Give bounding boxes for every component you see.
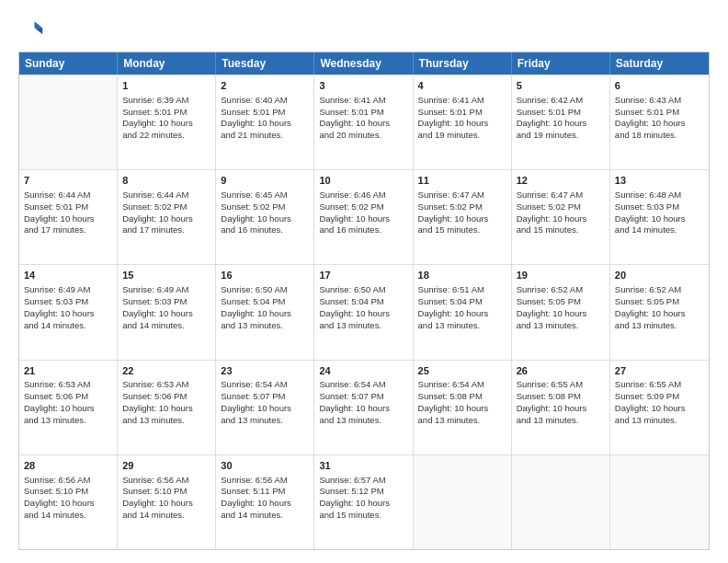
cell-line: Sunrise: 6:47 AM — [517, 190, 605, 201]
day-cell-12: 12Sunrise: 6:47 AMSunset: 5:02 PMDayligh… — [512, 170, 610, 264]
calendar-row-4: 21Sunrise: 6:53 AMSunset: 5:06 PMDayligh… — [19, 360, 709, 454]
svg-marker-0 — [35, 21, 43, 28]
cell-line: and 16 minutes. — [221, 224, 309, 236]
cell-line: Sunrise: 6:56 AM — [24, 475, 112, 487]
cell-line: Sunset: 5:05 PM — [615, 296, 704, 308]
svg-marker-1 — [35, 28, 43, 34]
day-cell-10: 10Sunrise: 6:46 AMSunset: 5:02 PMDayligh… — [314, 170, 413, 264]
weekday-header-monday: Monday — [118, 52, 216, 75]
cell-line: and 13 minutes. — [418, 415, 506, 427]
day-number: 19 — [517, 269, 605, 282]
logo — [18, 17, 48, 42]
cell-line: Daylight: 10 hours — [418, 308, 506, 320]
day-number: 8 — [122, 174, 210, 188]
cell-line: Sunset: 5:01 PM — [319, 107, 407, 119]
weekday-header-saturday: Saturday — [610, 52, 709, 75]
day-cell-21: 21Sunrise: 6:53 AMSunset: 5:06 PMDayligh… — [19, 361, 118, 454]
cell-line: and 13 minutes. — [221, 415, 309, 427]
calendar-row-1: 1Sunrise: 6:39 AMSunset: 5:01 PMDaylight… — [19, 75, 709, 169]
day-cell-18: 18Sunrise: 6:51 AMSunset: 5:04 PMDayligh… — [414, 265, 512, 359]
cell-line: Sunrise: 6:53 AM — [122, 379, 210, 391]
day-number: 28 — [24, 459, 112, 473]
day-number: 20 — [615, 269, 704, 282]
cell-line: Daylight: 10 hours — [122, 498, 210, 510]
calendar-header: SundayMondayTuesdayWednesdayThursdayFrid… — [19, 52, 709, 75]
day-cell-29: 29Sunrise: 6:56 AMSunset: 5:10 PMDayligh… — [118, 455, 216, 549]
cell-line: and 13 minutes. — [418, 320, 506, 332]
cell-line: Sunset: 5:10 PM — [122, 486, 210, 498]
cell-line: Daylight: 10 hours — [221, 403, 309, 415]
day-number: 14 — [24, 269, 112, 282]
cell-line: and 13 minutes. — [517, 415, 605, 427]
cell-line: Sunrise: 6:55 AM — [615, 379, 704, 391]
cell-line: and 14 minutes. — [122, 320, 210, 332]
cell-line: Daylight: 10 hours — [418, 403, 506, 415]
cell-line: and 13 minutes. — [24, 415, 112, 427]
day-cell-11: 11Sunrise: 6:47 AMSunset: 5:02 PMDayligh… — [414, 170, 512, 264]
day-cell-14: 14Sunrise: 6:49 AMSunset: 5:03 PMDayligh… — [19, 265, 118, 359]
cell-line: Sunset: 5:01 PM — [24, 201, 112, 213]
cell-line: Sunrise: 6:46 AM — [319, 190, 407, 201]
day-number: 6 — [615, 79, 704, 93]
cell-line: Sunset: 5:04 PM — [418, 296, 506, 308]
cell-line: Sunrise: 6:48 AM — [615, 190, 704, 201]
day-number: 29 — [122, 459, 210, 473]
day-cell-8: 8Sunrise: 6:44 AMSunset: 5:02 PMDaylight… — [118, 170, 216, 264]
empty-cell-r4c6 — [610, 455, 709, 549]
cell-line: Sunset: 5:07 PM — [221, 391, 309, 403]
cell-line: Daylight: 10 hours — [418, 118, 506, 130]
day-cell-20: 20Sunrise: 6:52 AMSunset: 5:05 PMDayligh… — [610, 265, 709, 359]
cell-line: Daylight: 10 hours — [517, 118, 605, 130]
day-cell-27: 27Sunrise: 6:55 AMSunset: 5:09 PMDayligh… — [610, 361, 709, 454]
cell-line: Sunset: 5:08 PM — [418, 391, 506, 403]
cell-line: Daylight: 10 hours — [319, 308, 407, 320]
cell-line: Daylight: 10 hours — [122, 403, 210, 415]
weekday-header-tuesday: Tuesday — [216, 52, 314, 75]
cell-line: Sunrise: 6:47 AM — [418, 190, 506, 201]
day-number: 4 — [418, 79, 506, 93]
cell-line: Sunset: 5:06 PM — [122, 391, 210, 403]
cell-line: Daylight: 10 hours — [319, 498, 407, 510]
cell-line: Sunset: 5:02 PM — [319, 201, 407, 213]
cell-line: and 13 minutes. — [615, 320, 704, 332]
day-cell-24: 24Sunrise: 6:54 AMSunset: 5:07 PMDayligh… — [314, 361, 413, 454]
cell-line: and 17 minutes. — [122, 224, 210, 236]
cell-line: Daylight: 10 hours — [122, 213, 210, 225]
cell-line: Daylight: 10 hours — [615, 403, 704, 415]
cell-line: Sunset: 5:01 PM — [221, 107, 309, 119]
cell-line: Sunset: 5:01 PM — [517, 107, 605, 119]
cell-line: Sunset: 5:06 PM — [24, 391, 112, 403]
cell-line: Daylight: 10 hours — [221, 308, 309, 320]
cell-line: Sunset: 5:03 PM — [122, 296, 210, 308]
cell-line: Sunrise: 6:45 AM — [221, 190, 309, 201]
cell-line: Sunrise: 6:57 AM — [319, 475, 407, 487]
cell-line: Sunset: 5:02 PM — [221, 201, 309, 213]
day-number: 7 — [24, 174, 112, 188]
day-number: 17 — [319, 269, 407, 282]
day-cell-28: 28Sunrise: 6:56 AMSunset: 5:10 PMDayligh… — [19, 455, 118, 549]
calendar: SundayMondayTuesdayWednesdayThursdayFrid… — [18, 52, 710, 550]
cell-line: Sunrise: 6:43 AM — [615, 95, 704, 107]
day-number: 11 — [418, 174, 506, 188]
cell-line: Sunrise: 6:53 AM — [24, 379, 112, 391]
weekday-header-sunday: Sunday — [19, 52, 118, 75]
day-cell-2: 2Sunrise: 6:40 AMSunset: 5:01 PMDaylight… — [216, 75, 314, 169]
day-cell-1: 1Sunrise: 6:39 AMSunset: 5:01 PMDaylight… — [118, 75, 216, 169]
day-cell-22: 22Sunrise: 6:53 AMSunset: 5:06 PMDayligh… — [118, 361, 216, 454]
cell-line: Sunset: 5:05 PM — [517, 296, 605, 308]
cell-line: Sunrise: 6:42 AM — [517, 95, 605, 107]
cell-line: and 13 minutes. — [319, 415, 407, 427]
cell-line: and 15 minutes. — [517, 224, 605, 236]
cell-line: Sunrise: 6:41 AM — [319, 95, 407, 107]
cell-line: Daylight: 10 hours — [221, 213, 309, 225]
cell-line: Daylight: 10 hours — [221, 118, 309, 130]
day-cell-25: 25Sunrise: 6:54 AMSunset: 5:08 PMDayligh… — [414, 361, 512, 454]
cell-line: Sunrise: 6:50 AM — [221, 284, 309, 296]
cell-line: Sunset: 5:09 PM — [615, 391, 704, 403]
cell-line: Sunrise: 6:50 AM — [319, 284, 407, 296]
cell-line: Sunset: 5:02 PM — [122, 201, 210, 213]
day-number: 21 — [24, 364, 112, 378]
cell-line: Sunset: 5:12 PM — [319, 486, 407, 498]
day-cell-5: 5Sunrise: 6:42 AMSunset: 5:01 PMDaylight… — [512, 75, 610, 169]
day-cell-19: 19Sunrise: 6:52 AMSunset: 5:05 PMDayligh… — [512, 265, 610, 359]
